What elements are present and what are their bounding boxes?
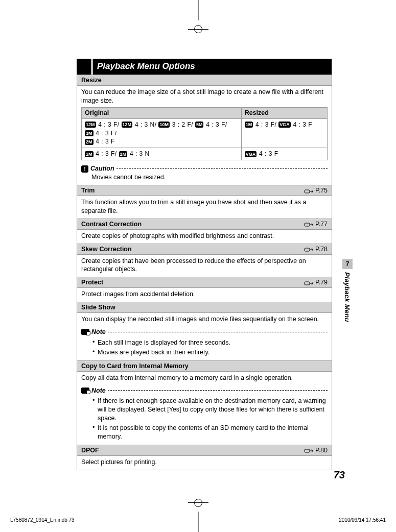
- slideshow-header: Slide Show: [77, 302, 332, 313]
- table-row: 1M 4 : 3 F/ 1M 4 : 3 N VGA 4 : 3 F: [82, 148, 328, 160]
- col-original: Original: [82, 107, 242, 118]
- resize-header: Resize: [77, 75, 332, 86]
- resize-body: You can reduce the image size of a shot …: [77, 86, 332, 185]
- note-label: Note: [91, 386, 106, 395]
- copy-body: Copy all data from internal memory to a …: [77, 371, 332, 445]
- options-table: Resize You can reduce the image size of …: [77, 75, 332, 470]
- list-item: Movies are played back in their entirety…: [92, 348, 328, 357]
- caution-text: Movies cannot be resized.: [81, 173, 328, 182]
- svg-rect-2: [305, 248, 310, 251]
- svg-rect-0: [305, 190, 310, 193]
- footer-left: L7580872_0914_En.indb 73: [10, 517, 75, 523]
- page-ref: P.79: [304, 279, 328, 286]
- note-icon: [81, 329, 89, 335]
- contrast-header: Contrast Correction P.77: [77, 219, 332, 229]
- note-list: If there is not enough space available o…: [81, 396, 328, 441]
- skew-desc: Create copies that have been processed t…: [77, 254, 332, 277]
- section-title-bar: Playback Menu Options: [77, 59, 332, 75]
- hand-icon: [304, 280, 313, 286]
- page-ref: P.80: [304, 447, 328, 454]
- note-label: Note: [91, 328, 106, 336]
- page-ref: P.75: [304, 187, 328, 194]
- protect-header: Protect P.79: [77, 277, 332, 288]
- trim-desc: This function allows you to trim a still…: [77, 196, 332, 219]
- col-resized: Resized: [241, 107, 327, 118]
- side-tab: 7 Playback Menu: [342, 259, 353, 322]
- svg-rect-1: [305, 223, 310, 226]
- hand-icon: [304, 188, 313, 194]
- skew-header: Skew Correction P.78: [77, 244, 332, 254]
- note-row: Note: [81, 328, 328, 336]
- protect-desc: Protect images from accidental deletion.: [77, 288, 332, 302]
- hand-icon: [304, 447, 313, 453]
- note-list: Each still image is displayed for three …: [81, 338, 328, 357]
- trim-header: Trim P.75: [77, 185, 332, 196]
- page-number: 73: [334, 469, 345, 481]
- footer-right: 2010/09/14 17:56:41: [339, 517, 386, 523]
- section-title: Playback Menu Options: [93, 59, 332, 75]
- dpof-header: DPOF P.80: [77, 445, 332, 455]
- copy-header: Copy to Card from Internal Memory: [77, 360, 332, 371]
- caution-label: Caution: [90, 164, 114, 173]
- table-row: 12M 4 : 3 F/ 12M 4 : 3 N/ 10M 3 : 2 F/ 5…: [82, 118, 328, 148]
- caution-icon: !: [81, 165, 88, 173]
- page-ref: P.77: [304, 221, 328, 228]
- chapter-number: 7: [342, 259, 353, 269]
- list-item: It is not possible to copy the contents …: [92, 423, 328, 442]
- resize-table: Original Resized 12M 4 : 3 F/ 12M 4 : 3 …: [81, 107, 328, 160]
- list-item: Each still image is displayed for three …: [92, 338, 328, 348]
- note-icon: [81, 388, 89, 394]
- list-item: If there is not enough space available o…: [92, 396, 328, 423]
- resize-desc: You can reduce the image size of a shot …: [81, 88, 328, 105]
- contrast-desc: Create copies of photographs with modifi…: [77, 229, 332, 244]
- caution-row: ! Caution: [81, 164, 328, 173]
- chapter-label: Playback Menu: [342, 272, 351, 322]
- hand-icon: [304, 246, 313, 252]
- slideshow-body: You can display the recorded still image…: [77, 313, 332, 361]
- note-row: Note: [81, 386, 328, 395]
- dpof-desc: Select pictures for printing.: [77, 455, 332, 470]
- svg-rect-4: [305, 449, 310, 452]
- page-content: Playback Menu Options Resize You can red…: [77, 59, 332, 470]
- svg-rect-3: [305, 282, 310, 285]
- page-ref: P.78: [304, 246, 328, 253]
- hand-icon: [304, 221, 313, 227]
